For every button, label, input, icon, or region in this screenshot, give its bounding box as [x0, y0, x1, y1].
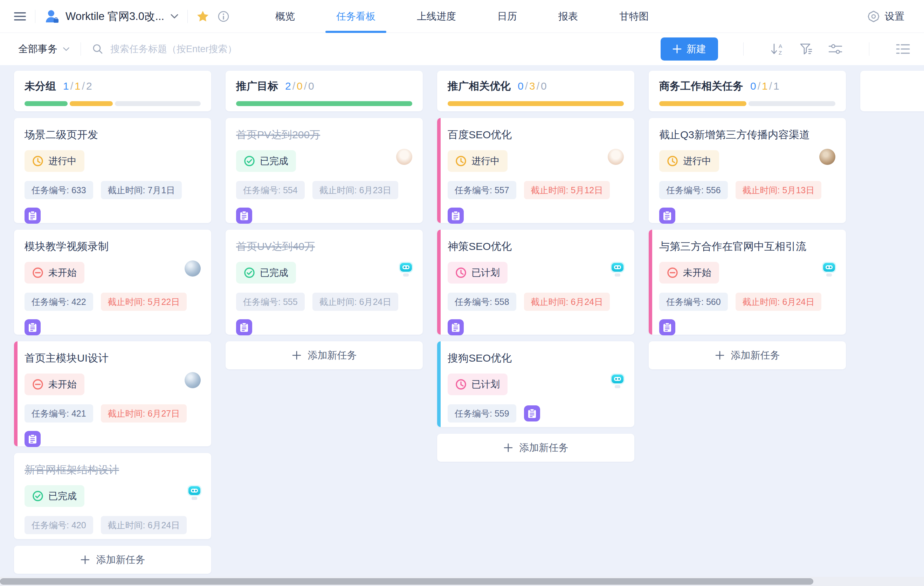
hamburger-menu-button[interactable]	[14, 12, 26, 21]
clipboard-icon[interactable]	[448, 319, 464, 335]
filter-funnel-icon	[800, 43, 813, 55]
clipboard-icon[interactable]	[25, 319, 41, 335]
project-title: Worktile 官网3.0改...	[66, 9, 164, 24]
add-task-button[interactable]: 添加新任务	[649, 341, 846, 369]
task-card[interactable]: 场景二级页开发 进行中 任务编号: 633截止时间: 7月1日	[14, 118, 211, 223]
tab-overview[interactable]: 概览	[275, 0, 295, 33]
clock-icon	[667, 155, 678, 166]
status-badge[interactable]: 已计划	[448, 262, 508, 283]
check-circle-icon	[244, 155, 255, 166]
board-column-partial	[860, 71, 924, 111]
status-label: 未开始	[48, 378, 77, 391]
task-card[interactable]: 神策SEO优化 已计划 任务编号: 558截止时间: 6月24日	[437, 230, 634, 335]
task-tags-row: 任务编号: 559	[448, 404, 624, 423]
add-task-button[interactable]: 添加新任务	[437, 434, 634, 462]
count-todo: 0	[308, 80, 314, 92]
task-tag: 任务编号: 558	[448, 293, 516, 311]
tab-task-board[interactable]: 任务看板	[336, 0, 376, 33]
robot-avatar	[399, 262, 413, 277]
task-card[interactable]: 截止Q3新增第三方传播内容渠道 进行中 任务编号: 556截止时间: 5月13日	[649, 118, 846, 223]
task-card[interactable]: 新官网框架结构设计 已完成 任务编号: 420截止时间: 6月24日	[14, 453, 211, 539]
status-badge[interactable]: 已计划	[448, 374, 508, 395]
clipboard-icon[interactable]	[659, 319, 675, 335]
clipboard-icon[interactable]	[524, 405, 540, 421]
plus-icon	[715, 351, 725, 360]
horizontal-scrollbar-thumb[interactable]	[0, 578, 813, 584]
column-header: 商务工作相关任务 0 / 1 / 1	[649, 71, 846, 111]
scope-filter-dropdown[interactable]: 全部事务	[18, 42, 69, 56]
add-task-button[interactable]: 添加新任务	[14, 546, 211, 574]
clipboard-icon[interactable]	[25, 207, 41, 224]
status-badge[interactable]: 已完成	[236, 262, 296, 283]
status-badge[interactable]: 进行中	[659, 150, 719, 172]
horizontal-scrollbar-track[interactable]	[0, 577, 924, 586]
task-tag: 截止时间: 6月24日	[736, 293, 822, 311]
tab-launch-progress[interactable]: 上线进度	[417, 0, 456, 33]
column-name: 推广目标	[236, 79, 278, 94]
progress-segment-green	[25, 101, 68, 106]
clipboard-icon[interactable]	[236, 319, 252, 335]
column-name: 未分组	[25, 79, 56, 94]
display-settings-button[interactable]	[828, 43, 842, 55]
status-badge[interactable]: 未开始	[25, 374, 84, 395]
task-tags-row: 任务编号: 557截止时间: 5月12日	[448, 181, 624, 199]
count-separator: /	[769, 80, 772, 92]
status-badge[interactable]: 未开始	[659, 262, 719, 283]
task-card[interactable]: 与第三方合作在官网中互相引流 未开始 任务编号: 560截止时间: 6月24日	[649, 230, 846, 335]
info-icon	[218, 11, 229, 22]
task-tag: 任务编号: 554	[236, 181, 305, 199]
task-tags-row: 任务编号: 420截止时间: 6月24日	[25, 516, 201, 534]
task-card[interactable]: 首页主模块UI设计 未开始 任务编号: 421截止时间: 6月27日	[14, 341, 211, 446]
tab-calendar[interactable]: 日历	[497, 0, 517, 33]
assignee-avatar	[396, 149, 412, 165]
column-progress-bar	[659, 101, 835, 106]
task-title: 神策SEO优化	[448, 240, 624, 253]
settings-button[interactable]: 设置	[867, 10, 904, 23]
status-badge[interactable]: 未开始	[25, 262, 84, 283]
clipboard-icon[interactable]	[25, 431, 41, 447]
status-badge[interactable]: 进行中	[25, 150, 84, 172]
column-name: 推广相关优化	[448, 79, 511, 94]
list-view-button[interactable]	[896, 43, 910, 55]
task-card[interactable]: 首页UV达到40万 已完成 任务编号: 555截止时间: 6月24日	[226, 230, 423, 335]
task-title: 新官网框架结构设计	[25, 464, 201, 476]
task-card[interactable]: 搜狗SEO优化 已计划 任务编号: 559	[437, 341, 634, 427]
sort-button[interactable]: A Z	[770, 42, 784, 56]
status-label: 进行中	[683, 155, 711, 167]
search-input[interactable]	[110, 43, 355, 55]
status-label: 已完成	[260, 155, 288, 167]
add-task-button[interactable]: 添加新任务	[226, 341, 423, 369]
task-title: 与第三方合作在官网中互相引流	[659, 240, 835, 253]
check-circle-icon	[32, 491, 43, 502]
count-done: 2	[285, 80, 291, 92]
task-card[interactable]: 首页PV达到200万 已完成 任务编号: 554截止时间: 6月23日	[226, 118, 423, 223]
clipboard-icon[interactable]	[659, 207, 675, 224]
task-card[interactable]: 百度SEO优化 进行中 任务编号: 557截止时间: 5月12日	[437, 118, 634, 223]
toolbar-divider	[81, 42, 81, 56]
task-tag: 任务编号: 557	[448, 181, 516, 199]
clipboard-icon[interactable]	[448, 207, 464, 224]
count-separator: /	[82, 80, 85, 92]
board-column: 未分组 1 / 1 / 2 场景二级页开发 进行中 任务编号: 633截	[14, 71, 211, 574]
task-card[interactable]: 模块教学视频录制 未开始 任务编号: 422截止时间: 5月22日	[14, 230, 211, 335]
task-icons-row	[25, 431, 201, 447]
project-switcher[interactable]: Worktile 官网3.0改...	[45, 9, 178, 24]
task-tags-row: 任务编号: 560截止时间: 6月24日	[659, 293, 835, 311]
filter-button[interactable]	[800, 43, 813, 55]
status-badge[interactable]: 已完成	[236, 150, 296, 172]
gear-icon	[867, 10, 880, 23]
list-icon	[896, 43, 910, 55]
count-done: 0	[518, 80, 524, 92]
task-icons-row	[659, 319, 835, 335]
info-button[interactable]	[218, 11, 229, 22]
tab-reports[interactable]: 报表	[558, 0, 578, 33]
favorite-star-button[interactable]	[197, 10, 209, 22]
clipboard-icon[interactable]	[236, 207, 252, 224]
status-label: 已计划	[472, 378, 500, 391]
status-badge[interactable]: 已完成	[25, 485, 84, 507]
status-badge[interactable]: 进行中	[448, 150, 508, 172]
status-label: 进行中	[48, 155, 77, 167]
new-task-button[interactable]: 新建	[661, 38, 718, 61]
task-icons-row	[448, 207, 624, 224]
tab-gantt[interactable]: 甘特图	[619, 0, 649, 33]
